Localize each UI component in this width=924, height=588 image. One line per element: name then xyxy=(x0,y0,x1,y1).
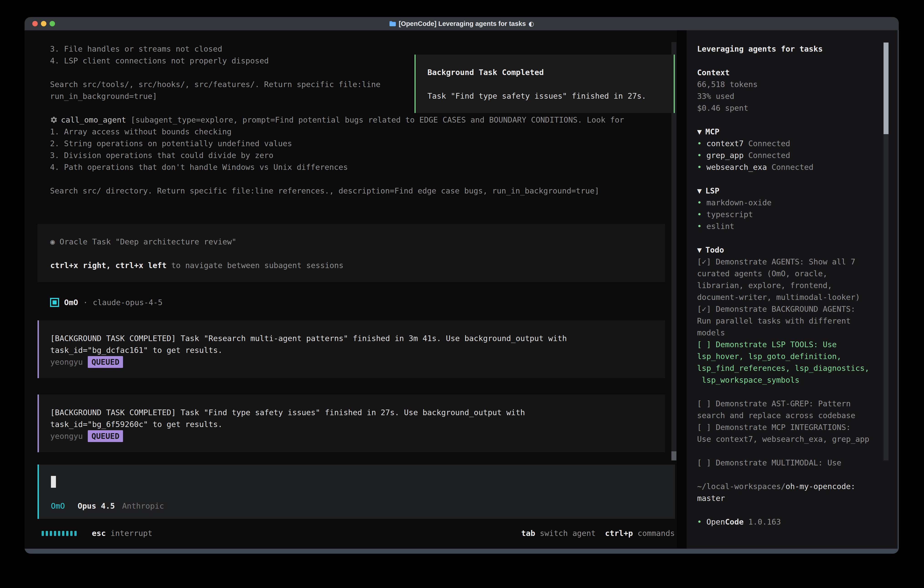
bullet-icon: • xyxy=(697,197,706,208)
bullet-icon: • xyxy=(697,149,706,161)
sidebar-spacer xyxy=(697,386,884,398)
lsp-item: •typescript xyxy=(697,208,884,220)
close-button[interactable] xyxy=(32,21,38,26)
mcp-item: •grep_app Connected xyxy=(697,149,884,161)
tool-arg-line: Search src/ directory. Return specific f… xyxy=(50,185,624,197)
todo-line-done: document-writer, multimodal-looker) xyxy=(697,291,884,303)
todo-line-active: lsp_hover, lsp_goto_definition, xyxy=(697,350,884,362)
mcp-item: •context7 Connected xyxy=(697,137,884,149)
zoom-button[interactable] xyxy=(50,21,55,26)
terminal-line xyxy=(50,173,624,185)
todo-line-active: [ ] Demonstrate LSP TOOLS: Use xyxy=(697,339,884,350)
tool-arg-line: 2. String operations on potentially unde… xyxy=(50,137,624,149)
bullet-icon: • xyxy=(697,137,706,149)
section-title: LSP xyxy=(705,186,719,195)
sidebar-title: Leveraging agents for tasks xyxy=(697,43,884,55)
status-badge: QUEUED xyxy=(88,430,123,442)
panel-divider xyxy=(677,30,686,549)
lsp-item: •markdown-oxide xyxy=(697,197,884,208)
workspace-prefix: ~/local-workspaces/ xyxy=(697,482,785,491)
window-bottom-edge xyxy=(25,549,899,554)
todo-line-pending: [ ] Demonstrate MCP INTEGRATIONS: xyxy=(697,421,884,433)
oracle-hint-keys: ctrl+x right, ctrl+x left xyxy=(50,261,167,270)
input-model-name: Opus 4.5 xyxy=(78,500,115,512)
mcp-status: Connected xyxy=(744,151,790,160)
minimize-button[interactable] xyxy=(41,21,46,26)
status-bar: esc interrupt tab switch agent ctrl+p co… xyxy=(25,527,675,539)
todo-line-active: lsp_find_references, lsp_diagnostics, xyxy=(697,362,884,374)
message-meta: yeongyuQUEUED xyxy=(50,356,665,368)
todo-line-active: lsp_workspace_symbols xyxy=(697,374,884,386)
section-header-lsp[interactable]: ▼LSP xyxy=(697,185,884,197)
input-provider-name: Anthropic xyxy=(122,500,164,512)
screen: [OpenCode] Leveraging agents for tasks ◐… xyxy=(0,0,924,588)
app-version-line: •OpenCode 1.0.163 xyxy=(697,516,884,528)
oracle-hint-text: to navigate between subagent sessions xyxy=(167,261,343,270)
sidebar-spacer xyxy=(697,445,884,457)
gear-icon xyxy=(50,115,61,127)
oracle-hint-line: ctrl+x right, ctrl+x left to navigate be… xyxy=(50,259,665,271)
window-title-text: [OpenCode] Leveraging agents for tasks xyxy=(399,20,526,28)
input-agent-name: OmO xyxy=(51,500,65,512)
todo-line-done: models xyxy=(697,327,884,339)
context-stat: $0.46 spent xyxy=(697,102,884,114)
context-header: Context xyxy=(697,67,884,78)
message-line: task_id="bg_dcfac161" to get results. xyxy=(50,344,665,356)
traffic-lights xyxy=(32,21,55,26)
hint-key: tab xyxy=(521,529,535,538)
lsp-name: eslint xyxy=(706,222,734,231)
sidebar-spacer xyxy=(697,173,884,185)
hint-label: switch agent xyxy=(535,529,596,538)
window-right-edge xyxy=(898,30,899,549)
lsp-name: markdown-oxide xyxy=(706,198,772,207)
working-spinner-icon xyxy=(41,531,77,536)
context-stat: 33% used xyxy=(697,90,884,102)
mcp-name: context7 xyxy=(706,139,744,148)
sidebar-spacer xyxy=(697,114,884,126)
todo-line-done: [✓] Demonstrate BACKGROUND AGENTS: xyxy=(697,303,884,315)
session-header[interactable]: OmO · claude-opus-4-5 xyxy=(50,297,163,308)
todo-line-done: curated agents (OmO, oracle, xyxy=(697,268,884,279)
window-title: [OpenCode] Leveraging agents for tasks ◐ xyxy=(389,20,534,28)
tool-arg-line: 1. Array access without bounds checking xyxy=(50,126,624,137)
section-title: MCP xyxy=(705,127,719,136)
oracle-task-box: ◉ Oracle Task "Deep architecture review"… xyxy=(38,224,665,282)
titlebar: [OpenCode] Leveraging agents for tasks ◐ xyxy=(25,17,899,31)
message-user: yeongyu xyxy=(50,357,83,367)
section-header-mcp[interactable]: ▼MCP xyxy=(697,126,884,137)
terminal-line: 3. File handles or streams not closed xyxy=(50,43,624,55)
section-header-todo[interactable]: ▼Todo xyxy=(697,244,884,256)
chevron-down-icon: ▼ xyxy=(697,126,702,137)
session-model-name: claude-opus-4-5 xyxy=(93,297,163,308)
toast-spacer xyxy=(427,78,674,90)
agent-square-icon xyxy=(50,298,59,307)
toast-title: Background Task Completed xyxy=(427,66,674,78)
app-version: 1.0.163 xyxy=(744,517,781,526)
hint-label: commands xyxy=(633,529,675,538)
sidebar-spacer xyxy=(697,504,884,516)
toast-notification[interactable]: Background Task Completed Task "Find typ… xyxy=(414,55,675,113)
toast-body: Task "Find type safety issues" finished … xyxy=(427,90,674,102)
prompt-input[interactable]: OmO Opus 4.5 Anthropic xyxy=(38,464,675,519)
mcp-status: Connected xyxy=(767,163,813,172)
tool-arg-line: 3. Division operations that could divide… xyxy=(50,149,624,161)
chat-scrollbar-thumb[interactable] xyxy=(672,451,676,461)
sidebar-scrollbar xyxy=(884,43,889,461)
sidebar-scrollbar-thumb[interactable] xyxy=(884,43,889,134)
workspace-branch: master xyxy=(697,492,884,504)
message-line: task_id="bg_6f59260c" to get results. xyxy=(50,418,665,430)
input-model-line: OmO Opus 4.5 Anthropic xyxy=(51,500,164,512)
keyboard-hints: tab switch agent ctrl+p commands xyxy=(521,527,675,539)
sidebar-spacer xyxy=(697,469,884,481)
app-name: Open xyxy=(706,517,725,526)
terminal-window: [OpenCode] Leveraging agents for tasks ◐… xyxy=(25,17,899,554)
background-task-message: [BACKGROUND TASK COMPLETED] Task "Find t… xyxy=(38,395,665,452)
lsp-name: typescript xyxy=(706,210,753,219)
workspace-path: ~/local-workspaces/oh-my-opencode: xyxy=(697,481,884,492)
tool-call-line: call_omo_agent [subagent_type=explore, p… xyxy=(50,114,624,126)
oracle-task-line: ◉ Oracle Task "Deep architecture review" xyxy=(50,236,665,248)
oracle-task-label: Oracle Task "Deep architecture review" xyxy=(59,237,236,246)
app-name-bold: Code xyxy=(725,517,744,526)
section-title: Todo xyxy=(705,245,724,254)
session-separator: · xyxy=(83,297,87,308)
